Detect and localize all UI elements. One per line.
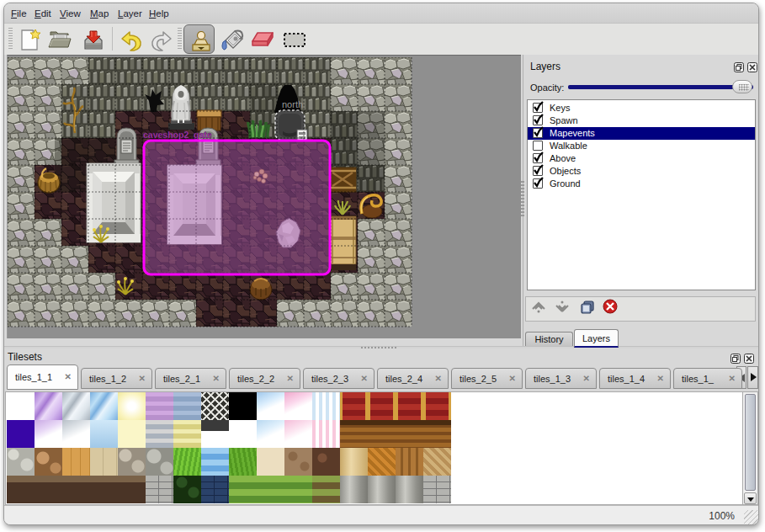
svg-text:caveshop2_gate: caveshop2_gate — [143, 130, 212, 140]
svg-text:north: north — [282, 99, 303, 109]
